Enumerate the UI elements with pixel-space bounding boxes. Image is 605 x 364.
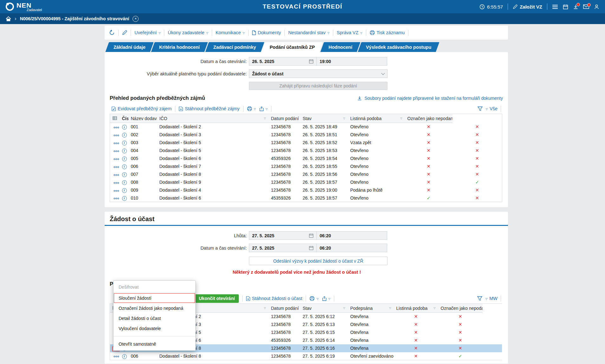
table-row[interactable]: 007 Dodavatel - školení 8 12345678 26. 5… [110, 170, 502, 178]
back-button[interactable] [109, 30, 115, 35]
print-grid-button[interactable]: ▽ [309, 296, 318, 301]
filter-button[interactable] [477, 296, 482, 301]
row-actions-button[interactable] [113, 189, 120, 193]
col-datum[interactable]: Datum podání▽ [269, 304, 300, 313]
toolbar-ukony-zadavatele[interactable]: Úkony zadavatele ▽ [168, 30, 208, 35]
col-listinna[interactable]: Listinná podoba▽ [348, 114, 405, 123]
info-icon[interactable] [122, 196, 127, 201]
menu-item-detail-zadosti[interactable]: Detail žádosti o účast [114, 313, 195, 323]
toolbar-tisk-zaznamu[interactable]: Tisk záznamu [370, 30, 405, 35]
home-button[interactable] [6, 16, 11, 21]
filter-dropdown-icon[interactable]: ▽ [343, 117, 345, 120]
info-icon[interactable] [122, 141, 127, 145]
nen-logo[interactable]: NEN Zadavatel [6, 2, 42, 12]
view-filter-select[interactable]: ▽ MW [485, 296, 498, 301]
col-podepsana[interactable]: Podepsána▽ [348, 304, 394, 313]
table-row[interactable]: 006 Dodavatel - školení 7 12345678 26. 5… [110, 163, 502, 170]
tab-zadavaci-podminky[interactable]: Zadávací podmínky [207, 42, 263, 52]
table-row[interactable]: 003 Dodavatel - školení 5 12345678 26. 5… [110, 139, 502, 147]
messages-button[interactable] [583, 4, 589, 9]
menu-button[interactable] [552, 4, 558, 9]
info-icon[interactable] [122, 180, 127, 185]
profile-button[interactable] [594, 4, 599, 10]
row-actions-button[interactable] [113, 181, 120, 185]
print-grid-button[interactable]: ▽ [247, 106, 256, 111]
table-row[interactable]: 008 Dodavatel - školení 9 12345678 26. 5… [110, 178, 502, 186]
toolbar-sprava-vz[interactable]: Správa VZ ▽ [337, 30, 362, 35]
col-listinna[interactable]: Listinná podoba▽ [394, 304, 438, 313]
lhuta-date-input[interactable]: 27. 5. 2025 [249, 231, 317, 240]
info-icon[interactable] [122, 149, 127, 153]
breadcrumb-item[interactable]: N006/25/V00004995 - Zajištění závodního … [20, 16, 129, 21]
col-stav[interactable]: Stav▽ [300, 304, 348, 313]
toolbar-dokumenty[interactable]: Dokumenty [252, 30, 281, 35]
filter-dropdown-icon[interactable]: ▽ [264, 117, 266, 120]
info-icon[interactable] [122, 133, 127, 137]
row-actions-button[interactable] [113, 149, 120, 153]
table-row[interactable]: 006 Dodavatel - školení 8 12345678 27. 5… [110, 352, 502, 360]
tab-vysledek-zadavaciho-postupu[interactable]: Výsledek zadávacího postupu [360, 42, 438, 52]
tab-kriteria-hodnoceni[interactable]: Kritéria hodnocení [153, 42, 206, 52]
filter-button[interactable] [478, 106, 483, 111]
row-actions-button[interactable] [113, 125, 120, 130]
zadost-open-date-input[interactable]: 27. 5. 2025 [249, 244, 317, 252]
menu-item-vylouceni-dodavatele[interactable]: Vyloučení dodavatele [114, 323, 195, 334]
export-grid-button[interactable]: ▽ [259, 106, 268, 111]
toolbar-uverejneni[interactable]: Uveřejnění ▽ [134, 30, 160, 35]
table-row[interactable]: 010 Dodavatel - školení 6 45359326 26. 5… [110, 194, 502, 202]
row-actions-button[interactable] [113, 133, 120, 137]
stahnout-zadosti-button[interactable]: Stáhnout žádosti o účast [246, 296, 302, 301]
tab-zakladni-udaje[interactable]: Základní údaje [107, 42, 152, 52]
evidovat-zajem-button[interactable]: Evidovat předběžný zájem [112, 106, 172, 111]
create-vz-button[interactable]: Založit VZ [513, 4, 542, 10]
row-actions-button[interactable] [113, 165, 120, 169]
ukoncit-oteviani-button[interactable]: Ukončit otevírání [195, 294, 239, 303]
tab-podani-ucastniku-zp[interactable]: Podání účastníků ZP [263, 42, 321, 52]
downloads-button[interactable] [573, 4, 578, 10]
info-icon[interactable] [122, 164, 127, 169]
toolbar-komunikace[interactable]: Komunikace ▽ [216, 30, 245, 35]
table-row[interactable]: 009 Dodavatel - školení 4 12345678 26. 5… [110, 186, 502, 194]
table-row[interactable]: 004 Dodavatel - školení 5 12345678 26. 5… [110, 147, 502, 155]
calendar-button[interactable] [563, 4, 568, 10]
toolbar-nestandardni-stav[interactable]: Nestandardní stav ▽ [288, 30, 329, 35]
zadost-open-time-input[interactable]: 06:20 [316, 244, 387, 252]
info-icon[interactable] [122, 172, 127, 177]
podani-type-select[interactable]: Žádost o účast [249, 69, 387, 78]
info-icon[interactable] [122, 354, 127, 359]
open-date-input[interactable]: 26. 5. 2025 [249, 57, 317, 66]
info-icon[interactable] [122, 156, 127, 161]
table-row[interactable]: 005 Dodavatel - školení 6 45359326 26. 5… [110, 155, 502, 163]
info-icon[interactable] [122, 125, 127, 130]
col-ico[interactable]: IČO▽ [157, 114, 269, 123]
filter-dropdown-icon[interactable]: ▽ [389, 307, 391, 310]
row-actions-button[interactable] [113, 173, 120, 177]
send-vyzva-button[interactable]: Odeslání výzvy k podání žádostí o účast … [249, 257, 387, 265]
open-time-input[interactable]: 19:00 [316, 57, 387, 66]
col-cislo[interactable]: Číslo↑▽ [120, 114, 128, 123]
row-actions-button[interactable] [113, 157, 120, 161]
stahnout-zajmy-button[interactable]: Stáhnout předběžné zájmy [179, 106, 240, 111]
col-nazev[interactable]: Název dodavatele▽ [128, 114, 157, 123]
files-download-link[interactable]: Soubory podání najdete připravené ke sta… [357, 96, 503, 101]
close-record-button[interactable]: ✕ [133, 16, 139, 22]
row-actions-button[interactable] [113, 354, 120, 359]
export-grid-button[interactable]: ▽ [322, 296, 330, 301]
row-actions-button[interactable] [113, 141, 120, 145]
table-row[interactable]: 001 Dodavatel - školení 2 12345678 26. 5… [110, 123, 502, 131]
filter-dropdown-icon[interactable]: ▽ [264, 307, 266, 310]
col-oznacen[interactable]: Označen jako nepodaný [438, 304, 483, 313]
filter-dropdown-icon[interactable]: ▽ [343, 307, 345, 310]
col-stav[interactable]: Stav▽ [300, 114, 348, 123]
row-actions-button[interactable] [113, 196, 120, 201]
lhuta-time-input[interactable]: 06:20 [316, 231, 387, 240]
info-icon[interactable] [122, 188, 127, 193]
tab-hodnoceni[interactable]: Hodnocení [322, 42, 359, 52]
filter-dropdown-icon[interactable]: ▽ [433, 307, 435, 310]
column-settings-button[interactable] [110, 114, 120, 123]
col-oznacen[interactable]: Označen jako nepodaný [405, 114, 452, 123]
menu-item-oznaceni-jako-nepodana[interactable]: Označení žádosti jako nepodaná [114, 303, 195, 313]
table-row[interactable]: 002 Dodavatel - školení 3 12345678 26. 5… [110, 131, 502, 139]
filter-dropdown-icon[interactable]: ▽ [400, 117, 402, 120]
menu-item-otevrit-samostatne[interactable]: Otevřít samostatně [114, 339, 195, 349]
